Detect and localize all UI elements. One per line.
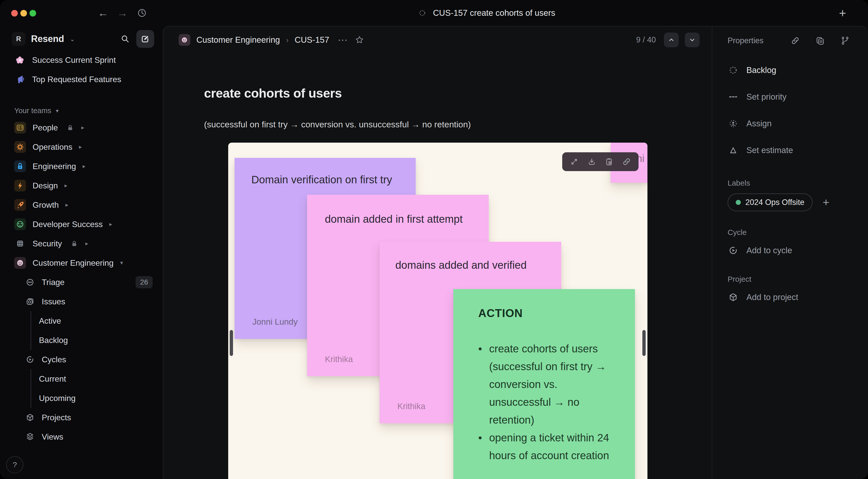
forward-arrow-icon[interactable]: → [117,8,128,18]
sidebar-item-current[interactable]: Current [39,369,163,388]
copy-link-icon[interactable] [790,36,800,46]
workspace-logo[interactable]: R [12,32,25,46]
team-label: People [33,123,58,132]
flower-icon [14,55,25,66]
sidebar-item-triage[interactable]: Triage 26 [0,273,163,292]
window-controls [11,10,36,17]
back-arrow-icon[interactable]: ← [98,8,108,18]
chevron-down-icon [688,35,697,44]
breadcrumb: Customer Engineering › CUS-157 ⋯ [179,34,365,46]
sidebar-item-backlog[interactable]: Backlog [39,330,163,350]
item-label: Cycles [42,355,66,364]
sidebar-team-people[interactable]: People ▸ [0,118,163,137]
sidebar-team-security[interactable]: Security ▸ [0,234,163,253]
item-label: Projects [42,413,71,422]
add-to-cycle-row[interactable]: Add to cycle [727,243,868,258]
expand-image-button[interactable] [568,156,580,167]
add-to-project-row[interactable]: Add to project [727,290,868,305]
caret-down-icon: ▾ [56,108,59,114]
sidebar-team-engineering[interactable]: Engineering ▸ [0,157,163,176]
sidebar-item-upcoming[interactable]: Upcoming [39,388,163,408]
duplicate-icon[interactable] [815,36,825,46]
new-issue-button[interactable] [136,30,154,48]
sidebar-team-customer-engineering[interactable]: Customer Engineering ▾ [0,253,163,273]
bullet-icon: • [478,429,482,465]
your-teams-header[interactable]: Your teams ▾ [0,103,163,118]
caret-right-icon: ▸ [82,125,84,130]
bullet-icon: • [478,340,482,429]
minimize-window-button[interactable] [20,10,27,17]
sidebar: R Resend ⌄ Success Current Sprint Top Re… [0,26,163,479]
image-resize-handle-right[interactable] [642,330,646,356]
close-window-button[interactable] [11,10,18,17]
sticky-note-green: ACTION • create cohorts of users (succes… [453,289,635,479]
previous-issue-button[interactable] [664,33,679,47]
estimate-row[interactable]: Set estimate [727,142,868,158]
status-row[interactable]: Backlog [727,63,868,78]
sidebar-item-active[interactable]: Active [39,311,163,330]
sidebar-item-label: Success Current Sprint [32,56,116,65]
id-card-icon [15,123,25,133]
gear-icon [15,142,25,152]
workspace-chevron-down-icon[interactable]: ⌄ [70,36,75,42]
sidebar-item-top-requested-features[interactable]: Top Requested Features [0,70,163,89]
add-label-button[interactable]: + [823,196,829,209]
whiteboard-image[interactable]: Domain verification on first try Jonni L… [228,142,647,479]
breadcrumb-issue-id[interactable]: CUS-157 [294,35,329,45]
zoom-window-button[interactable] [30,10,36,17]
priority-row[interactable]: Set priority [727,89,868,104]
sidebar-item-projects[interactable]: Projects [0,408,163,427]
caret-right-icon: ▸ [79,144,82,150]
issue-title[interactable]: create cohorts of users [204,86,712,101]
sidebar-team-design[interactable]: Design ▸ [0,176,163,195]
triage-icon [25,277,35,287]
new-tab-button[interactable]: + [839,0,846,26]
issue-document: create cohorts of users (successful on f… [163,54,712,479]
issue-subtitle[interactable]: (successful on first try → conversion vs… [204,120,712,129]
priority-value: Set priority [746,92,786,102]
sidebar-item-cycles[interactable]: Cycles [0,350,163,369]
favorite-star-icon[interactable] [354,35,365,45]
image-resize-handle-left[interactable] [230,330,233,356]
sidebar-item-label: Top Requested Features [32,75,121,84]
team-label: Engineering [33,162,76,171]
note-text: domain added in first attempt [325,211,471,227]
image-link-button[interactable] [621,156,632,167]
sidebar-item-success-current-sprint[interactable]: Success Current Sprint [0,50,163,70]
sidebar-item-views[interactable]: Views [0,427,163,446]
help-button[interactable]: ? [6,456,23,473]
workspace-name[interactable]: Resend [31,34,64,44]
download-image-button[interactable] [586,156,597,167]
note-text: domains added and verified [395,257,546,273]
triage-count-badge: 26 [135,276,153,288]
overflow-menu-icon[interactable]: ⋯ [338,34,348,45]
sidebar-item-issues[interactable]: Issues [0,292,163,311]
bullet-text: create cohorts of users (successful on f… [489,340,621,429]
caret-right-icon: ▸ [65,183,67,188]
issue-pager: 9 / 40 [636,33,700,47]
sidebar-team-growth[interactable]: Growth ▸ [0,195,163,215]
label-pill-2024-ops-offsite[interactable]: 2024 Ops Offsite [727,193,812,211]
properties-panel: Properties Backlog Set priority Assign S… [712,26,868,479]
sidebar-team-developer-success[interactable]: Developer Success ▸ [0,215,163,234]
note-author: Krithika [325,354,353,364]
item-label: Upcoming [39,393,75,403]
breadcrumb-team[interactable]: Customer Engineering [196,35,280,45]
status-value: Backlog [746,65,776,75]
assignee-row[interactable]: Assign [727,116,868,131]
chevron-up-icon [667,35,676,44]
copy-image-button[interactable] [603,156,615,167]
estimate-value: Set estimate [746,146,793,155]
next-issue-button[interactable] [685,33,700,47]
caret-right-icon: ▸ [110,221,112,227]
expand-icon [569,157,579,167]
item-label: Issues [42,297,65,307]
sidebar-team-operations[interactable]: Operations ▸ [0,137,163,157]
search-icon[interactable] [120,33,131,44]
team-label: Growth [33,200,59,210]
git-branch-icon[interactable] [840,36,850,46]
team-smiley-icon[interactable] [179,34,190,46]
history-clock-icon[interactable] [136,7,148,19]
layers-icon [25,432,35,442]
backlog-status-icon [727,65,739,76]
